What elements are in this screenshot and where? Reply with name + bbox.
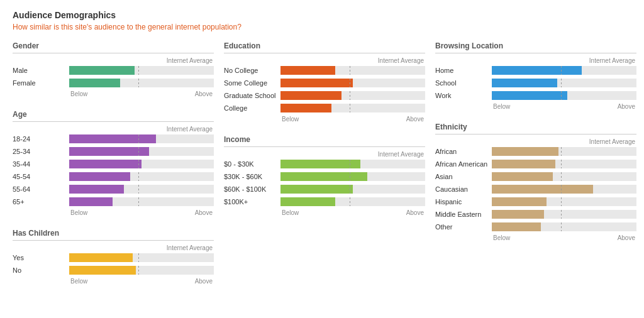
bar-container-school xyxy=(492,79,636,87)
bar-container-college xyxy=(280,104,425,112)
bar-label-100k-plus: $100K+ xyxy=(224,198,280,206)
table-row: $60K - $100K xyxy=(224,184,425,194)
age-chart: Internet Average 18-24 25-34 xyxy=(13,126,214,216)
table-row: 65+ xyxy=(13,197,214,207)
bar-label-middle-eastern: Middle Eastern xyxy=(435,211,492,218)
table-row: Yes xyxy=(13,253,214,263)
income-below-label: Below xyxy=(280,209,353,216)
age-section: Age Internet Average 18-24 25-34 xyxy=(13,110,214,216)
table-row: 55-64 xyxy=(13,184,214,194)
browsing-location-chart: Internet Average Home School xyxy=(435,57,636,110)
bar-container-no-college xyxy=(280,66,425,75)
bar-container-male xyxy=(69,66,214,75)
education-above-label: Above xyxy=(353,116,425,123)
age-above-label: Above xyxy=(142,209,214,216)
ethnicity-chart: Internet Average African African America… xyxy=(435,138,636,241)
has-children-avg-label: Internet Average xyxy=(13,244,213,251)
gender-chart: Internet Average Male Female xyxy=(13,57,214,97)
bar-label-male: Male xyxy=(13,67,69,74)
bar-label-other: Other xyxy=(435,223,492,231)
age-axis: Below Above xyxy=(69,209,214,216)
bar-container-no xyxy=(69,266,214,275)
browsing-axis: Below Above xyxy=(492,103,636,110)
income-above-label: Above xyxy=(353,209,425,216)
bar-label-25-34: 25-34 xyxy=(13,148,69,155)
bar-container-30k-60k xyxy=(280,172,425,181)
bar-label-no: No xyxy=(13,266,69,274)
page-title: Audience Demographics xyxy=(13,10,631,20)
bar-label-graduate-school: Graduate School xyxy=(224,92,280,99)
bar-container-work xyxy=(492,91,636,100)
table-row: Home xyxy=(435,65,636,75)
has-children-axis: Below Above xyxy=(69,278,214,285)
income-title: Income xyxy=(224,135,425,147)
table-row: $100K+ xyxy=(224,197,425,207)
browsing-above-label: Above xyxy=(564,103,636,110)
bar-container-african xyxy=(492,147,636,156)
children-above-label: Above xyxy=(142,278,214,285)
bar-label-school: School xyxy=(435,79,492,87)
table-row: 25-34 xyxy=(13,146,214,156)
bar-container-some-college xyxy=(280,79,425,87)
has-children-section: Has Children Internet Average Yes No xyxy=(13,229,214,285)
bar-label-18-24: 18-24 xyxy=(13,135,69,143)
bar-label-no-college: No College xyxy=(224,67,280,74)
gender-avg-label: Internet Average xyxy=(13,57,213,64)
gender-section: Gender Internet Average Male Female xyxy=(13,41,214,97)
bar-label-work: Work xyxy=(435,92,492,99)
has-children-chart: Internet Average Yes No Below xyxy=(13,244,214,285)
ethnicity-avg-label: Internet Average xyxy=(435,138,635,145)
gender-axis: Below Above xyxy=(69,90,214,97)
bar-label-yes: Yes xyxy=(13,254,69,261)
table-row: Some College xyxy=(224,78,425,88)
bar-container-caucasian xyxy=(492,185,636,194)
bar-container-middle-eastern xyxy=(492,210,636,219)
children-below-label: Below xyxy=(69,278,142,285)
bar-container-hispanic xyxy=(492,197,636,206)
table-row: Work xyxy=(435,90,636,101)
table-row: Caucasian xyxy=(435,184,636,194)
bar-label-college: College xyxy=(224,104,280,112)
bar-label-female: Female xyxy=(13,79,69,87)
table-row: Middle Eastern xyxy=(435,209,636,219)
bar-container-other xyxy=(492,222,636,231)
bar-container-100k-plus xyxy=(280,197,425,206)
table-row: 45-54 xyxy=(13,172,214,182)
bar-container-65plus xyxy=(69,197,214,206)
bar-container-55-64 xyxy=(69,185,214,194)
bar-container-african-american xyxy=(492,160,636,168)
browsing-avg-label: Internet Average xyxy=(435,57,635,64)
income-avg-label: Internet Average xyxy=(224,151,424,158)
bar-label-hispanic: Hispanic xyxy=(435,198,492,206)
bar-label-65plus: 65+ xyxy=(13,198,69,206)
bar-label-african-american: African American xyxy=(435,160,492,168)
table-row: Asian xyxy=(435,172,636,182)
gender-title: Gender xyxy=(13,41,214,53)
income-chart: Internet Average $0 - $30K $30K - $60K xyxy=(224,151,425,216)
bar-label-45-54: 45-54 xyxy=(13,173,69,180)
bar-label-60k-100k: $60K - $100K xyxy=(224,185,280,193)
table-row: African American xyxy=(435,159,636,169)
income-section: Income Internet Average $0 - $30K $30K -… xyxy=(224,135,425,216)
table-row: 35-44 xyxy=(13,159,214,169)
table-row: Other xyxy=(435,222,636,232)
browsing-below-label: Below xyxy=(492,103,564,110)
bar-label-asian: Asian xyxy=(435,173,492,180)
bar-label-35-44: 35-44 xyxy=(13,160,69,168)
table-row: No College xyxy=(224,65,425,75)
ethnicity-below-label: Below xyxy=(492,234,564,241)
table-row: School xyxy=(435,78,636,88)
bar-label-african: African xyxy=(435,148,492,155)
bar-label-caucasian: Caucasian xyxy=(435,185,492,193)
gender-below-label: Below xyxy=(69,90,142,97)
has-children-title: Has Children xyxy=(13,229,214,241)
bar-label-30k-60k: $30K - $60K xyxy=(224,173,280,180)
browsing-location-title: Browsing Location xyxy=(435,41,636,53)
table-row: College xyxy=(224,103,425,113)
bar-container-18-24 xyxy=(69,134,214,143)
bar-container-60k-100k xyxy=(280,185,425,194)
age-title: Age xyxy=(13,110,214,122)
table-row: No xyxy=(13,265,214,275)
bar-label-55-64: 55-64 xyxy=(13,185,69,193)
bar-label-home: Home xyxy=(435,67,492,74)
